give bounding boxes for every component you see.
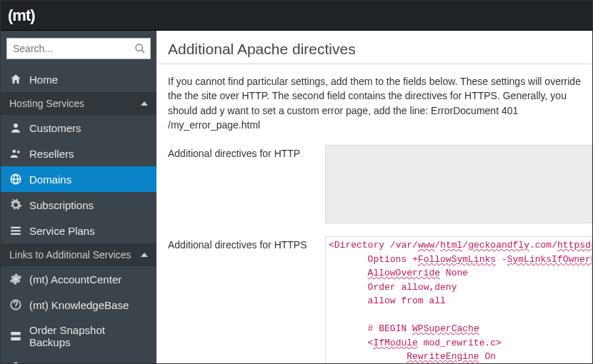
top-bar: (mt) (1, 1, 592, 31)
logo: (mt) (8, 6, 35, 25)
svg-point-4 (17, 151, 20, 153)
server-icon (9, 330, 22, 343)
section-label: Hosting Services (9, 98, 84, 109)
nav-customers[interactable]: Customers (1, 115, 156, 141)
page-description: If you cannot find particular settings, … (168, 74, 592, 132)
gear-icon (9, 273, 22, 285)
nav-resellers[interactable]: Resellers (1, 141, 156, 166)
title-separator (156, 64, 592, 64)
nav-subscriptions[interactable]: Subscriptions (1, 192, 156, 218)
nav-label: Home (29, 74, 58, 86)
section-links[interactable]: Links to Additional Services (1, 243, 156, 266)
nav-order-backups[interactable]: Order Snapshot Backups (1, 318, 156, 355)
page-title: Additional Apache directives (168, 41, 592, 58)
svg-point-11 (15, 307, 16, 308)
nav-label: Service Plans (29, 225, 95, 237)
search-wrap (1, 31, 156, 66)
list-icon (9, 224, 22, 237)
resellers-icon (9, 147, 22, 160)
svg-rect-12 (11, 332, 21, 335)
section-label: Links to Additional Services (9, 249, 131, 261)
https-directives-row: Additional directives for HTTPS <Directo… (168, 236, 592, 364)
search-box[interactable] (6, 38, 151, 59)
nav-label: Order SSL Certificate (29, 362, 131, 365)
http-label: Additional directives for HTTP (168, 145, 325, 159)
svg-point-0 (136, 44, 142, 51)
svg-rect-8 (11, 233, 21, 235)
svg-rect-6 (11, 227, 21, 228)
svg-rect-13 (11, 338, 21, 341)
nav-order-ssl[interactable]: Order SSL Certificate (1, 355, 156, 364)
svg-rect-7 (11, 230, 21, 231)
nav-label: (mt) KnowledgeBase (29, 299, 129, 311)
caret-up-icon (141, 253, 148, 257)
nav-knowledgebase[interactable]: (mt) KnowledgeBase (1, 292, 156, 318)
svg-point-2 (14, 123, 18, 128)
search-icon[interactable] (134, 43, 146, 54)
globe-icon (9, 173, 22, 186)
nav-account-center[interactable]: (mt) AccountCenter (1, 266, 156, 292)
https-label: Additional directives for HTTPS (168, 236, 325, 251)
http-directives-textarea[interactable] (325, 145, 592, 223)
svg-point-3 (13, 150, 16, 153)
nav-label: Resellers (29, 148, 74, 160)
sidebar: Home Hosting Services Customers Reseller… (1, 31, 156, 364)
nav-domains[interactable]: Domains (1, 166, 156, 192)
customers-icon (9, 121, 22, 134)
http-directives-row: Additional directives for HTTP (168, 145, 592, 223)
https-directives-textarea[interactable]: <Directory /var/www/html/geckoandfly.com… (325, 236, 592, 364)
search-input[interactable] (7, 43, 150, 54)
home-icon (9, 73, 22, 86)
nav-label: Order Snapshot Backups (29, 324, 148, 348)
nav-label: Subscriptions (29, 199, 94, 211)
section-hosting-services[interactable]: Hosting Services (1, 92, 156, 115)
svg-line-1 (141, 50, 144, 53)
caret-up-icon (141, 101, 148, 106)
nav-label: (mt) AccountCenter (29, 273, 121, 285)
lock-icon (9, 361, 22, 364)
help-icon (9, 298, 22, 311)
nav-label: Customers (29, 122, 81, 134)
content-area: Additional Apache directives If you cann… (156, 31, 592, 364)
main-layout: Home Hosting Services Customers Reseller… (1, 31, 592, 364)
nav-label: Domains (29, 173, 71, 186)
gear-icon (9, 198, 22, 211)
nav-home[interactable]: Home (1, 66, 156, 92)
nav-service-plans[interactable]: Service Plans (1, 218, 156, 243)
